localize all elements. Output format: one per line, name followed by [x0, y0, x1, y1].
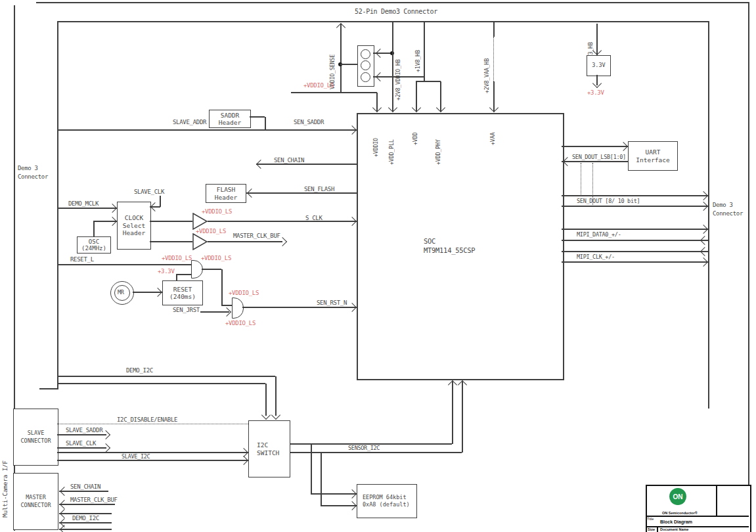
arrow-eeprom-1 — [347, 489, 357, 499]
slave-saddr-label: SLAVE_SADDR — [66, 427, 102, 434]
i2c-switch-box: I2C SWITCH — [248, 420, 290, 477]
title-block-divider-1 — [646, 516, 749, 517]
reset-box: RESET (240ms) — [162, 280, 203, 305]
slave-addr-label: SLAVE_ADDR — [173, 119, 206, 126]
multi-camera-if-label: Multi-Camera I/F — [1, 419, 9, 518]
sen-chain-label: SEN_CHAIN — [274, 157, 304, 164]
master-connector-line2: CONNECTOR — [20, 502, 51, 510]
soc-pin-vdd-phy: +VDD_PHY — [435, 118, 441, 165]
right-connector-line1: Demo 3 — [713, 202, 733, 208]
right-connector-label: Demo 3Connector — [713, 201, 743, 218]
reset-gate-2 — [232, 298, 244, 319]
vddio-ls-gate1-right: +VDDIO_LS — [201, 255, 231, 262]
jumper-pin-1 — [361, 49, 370, 59]
vddio-ls-gate1-left: +VDDIO_LS — [162, 255, 192, 262]
sen-flash-label: SEN_FLASH — [304, 186, 334, 193]
arrow-osc — [108, 217, 117, 226]
wire-sen-dout-2 — [562, 206, 708, 207]
arrow-sensor-i2c-2 — [458, 380, 467, 389]
soc-pin-vaa: +VAA — [489, 118, 496, 145]
flash-header-line2: Header — [215, 194, 237, 202]
wire-mipi-data0-1 — [562, 229, 708, 230]
reset-line2: (240ms) — [169, 293, 196, 301]
title-value: Block Diagram — [660, 520, 692, 524]
wire-slave-saddr — [57, 434, 106, 435]
wire-eeprom-1v — [311, 444, 312, 494]
wire-demo-i2c-1h — [58, 376, 275, 377]
arrow-sen-dout-lsb — [563, 157, 572, 166]
wire-sen-chain — [256, 164, 357, 165]
uart-line1: UART — [646, 148, 661, 156]
arrow-master-clk-buf-bottom — [60, 500, 69, 509]
arrow-demo-i2c-bottom-1 — [60, 509, 69, 518]
arrow-3v3-out — [592, 79, 602, 88]
wire-i2c-disable — [57, 424, 250, 424]
master-clk-buf-label: MASTER_CLK_BUF — [233, 233, 280, 240]
arrow-jumper-bottom-pin — [376, 72, 385, 81]
vaa-hb-label: +2V8_VAA_HB — [483, 28, 490, 93]
wire-sen-flash — [246, 192, 357, 194]
slave-connector-line1: SLAVE — [28, 430, 45, 437]
wire-sen-dout-1 — [562, 195, 708, 196]
reset-line1: RESET — [173, 286, 192, 294]
document-name-label: Document Name — [660, 527, 688, 531]
left-connector-label: Demo 3Connector — [18, 164, 48, 181]
arrow-vdd-down — [412, 103, 421, 112]
connector-frame-left-stub — [39, 388, 58, 389]
wire-eeprom-2v — [321, 453, 322, 506]
arrow-into-3v3-reg — [592, 46, 602, 55]
arrow-vdd-phy-down — [436, 103, 445, 112]
osc-line2: (24MHz) — [81, 245, 106, 252]
arrow-sen-rst-n — [347, 303, 357, 312]
arrow-sen-jrst — [222, 307, 231, 317]
master-connector-box: MASTER CONNECTOR — [13, 473, 58, 530]
p3v3-reset-label: +3.3V — [158, 268, 175, 275]
flash-header-line1: FLASH — [217, 186, 236, 194]
i2c-switch-line2: SWITCH — [257, 449, 279, 457]
soc-pin-vddio: +VDDIO — [372, 118, 379, 157]
arrow-mr-to-reset — [153, 288, 162, 297]
left-connector-line1: Demo 3 — [18, 165, 38, 171]
wire-gate1-out-h — [202, 269, 221, 270]
slave-connector-box: SLAVE CONNECTOR — [13, 409, 58, 466]
wire-mipi-data0-2 — [562, 240, 708, 241]
vddio-ls-buf2-label: +VDDIO_LS — [196, 228, 226, 235]
sen-chain-bottom-label: SEN_CHAIN — [70, 483, 100, 491]
arrow-mipi-data0-1 — [699, 225, 708, 234]
soc-name: SOCMT9M114_55CSP — [424, 236, 475, 255]
right-connector-line2: Connector — [713, 210, 743, 217]
arrow-sen-chain — [256, 160, 265, 169]
top-connector-title: 52-Pin Demo3 Connector — [355, 8, 437, 15]
title-block — [646, 485, 751, 532]
arrow-vddio-sense-up — [336, 23, 345, 32]
arrow-sen-chain-bottom — [60, 487, 69, 496]
wire-lsb-dotted-1 — [581, 163, 581, 196]
saddr-header-line2: Header — [219, 119, 241, 127]
demo-i2c-bottom-label: DEMO_I2C — [72, 515, 99, 522]
title-block-divider-logo — [716, 485, 717, 516]
s-clk-label: S_CLK — [305, 215, 322, 222]
wire-sensor-i2c-2v — [462, 381, 463, 453]
connector-frame-right — [708, 21, 709, 409]
title-block-divider-size — [657, 526, 658, 532]
master-clk-buf-bottom-label: MASTER_CLK_BUF — [70, 497, 118, 504]
buffer2-triangle — [192, 233, 208, 250]
wire-sen-saddr — [58, 129, 357, 131]
arrow-sen-dout-1 — [699, 191, 708, 200]
wire-vddio-sense — [340, 24, 342, 93]
wire-sensor-i2c-2 — [290, 452, 462, 453]
slave-clk-bottom-label: SLAVE_CLK — [66, 440, 96, 447]
slave-clk-top-label: SLAVE_CLK — [134, 188, 164, 196]
size-label: Size — [648, 527, 655, 531]
wire-saddr-step-v — [265, 117, 266, 130]
wire-vddio-ls-rail — [291, 92, 377, 93]
arrow-sen-flash — [247, 188, 256, 198]
vddio-ls-gate2-top: +VDDIO_LS — [229, 290, 259, 297]
wire-master-clk-buf — [208, 241, 282, 242]
jumper-pin-2 — [361, 60, 370, 70]
sheet-border-top — [36, 2, 749, 3]
arrow-sen-dout-2 — [699, 202, 708, 211]
sen-jrst-label: SEN_JRST — [173, 307, 200, 314]
wire-gate1-in2 — [176, 274, 191, 275]
wire-reset-l — [58, 264, 191, 265]
